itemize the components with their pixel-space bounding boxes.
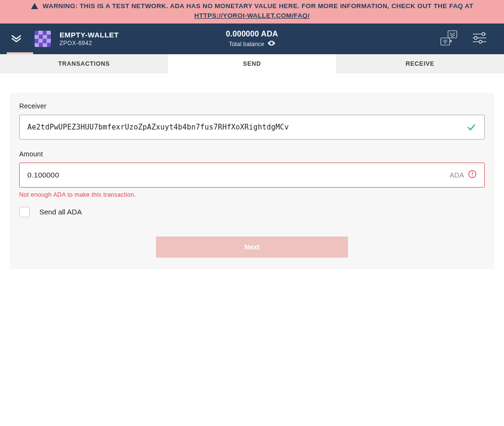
send-all-label: Send all ADA: [39, 208, 82, 216]
send-all-checkbox[interactable]: [19, 207, 30, 217]
eye-icon[interactable]: [267, 40, 275, 47]
settings-icon[interactable]: [472, 31, 487, 47]
amount-input-wrap[interactable]: ADA: [19, 163, 485, 188]
receiver-label: Receiver: [19, 102, 485, 110]
warning-link[interactable]: HTTPS://YOROI-WALLET.COM/FAQ/: [194, 12, 310, 19]
app-header: EMPTY-WALLET ZPOX-6942 0.000000 ADA Tota…: [0, 24, 504, 54]
svg-point-8: [479, 40, 482, 43]
send-card: Receiver Amount ADA Not enough ADA to ma…: [10, 93, 494, 269]
amount-input[interactable]: [27, 171, 461, 179]
wallet-meta: EMPTY-WALLET ZPOX-6942: [60, 31, 119, 47]
warning-text: WARNING: THIS IS A TEST NETWORK. ADA HAS…: [43, 1, 473, 11]
warning-banner: WARNING: THIS IS A TEST NETWORK. ADA HAS…: [0, 0, 504, 24]
wallet-name: EMPTY-WALLET: [60, 31, 119, 39]
tab-receive[interactable]: RECEIVE: [336, 54, 504, 73]
amount-label: Amount: [19, 150, 485, 158]
tab-send[interactable]: SEND: [168, 54, 336, 73]
tx-icon[interactable]: [439, 29, 458, 48]
error-icon: [468, 170, 477, 180]
back-indicator: [7, 52, 33, 54]
svg-point-11: [472, 175, 473, 176]
balance-sub-label: Total balance: [229, 41, 264, 47]
balance-amount: 0.000000 ADA: [226, 30, 278, 38]
svg-point-6: [474, 36, 477, 39]
svg-point-4: [482, 33, 485, 36]
back-button[interactable]: [7, 29, 26, 48]
svg-rect-1: [441, 38, 449, 45]
amount-error: Not enough ADA to make this transaction.: [19, 191, 485, 198]
next-button[interactable]: Next: [156, 237, 348, 258]
amount-currency: ADA: [450, 171, 464, 179]
wallet-sub: ZPOX-6942: [60, 40, 119, 47]
warning-icon: [31, 2, 38, 10]
checkmark-icon: [466, 122, 477, 132]
wallet-avatar: [35, 31, 51, 47]
receiver-input[interactable]: [27, 123, 461, 131]
svg-point-2: [444, 42, 445, 43]
tabs: TRANSACTIONS SEND RECEIVE: [0, 54, 504, 73]
tab-transactions[interactable]: TRANSACTIONS: [0, 54, 168, 73]
balance-block: 0.000000 ADA Total balance: [226, 30, 278, 47]
receiver-input-wrap[interactable]: [19, 115, 485, 140]
